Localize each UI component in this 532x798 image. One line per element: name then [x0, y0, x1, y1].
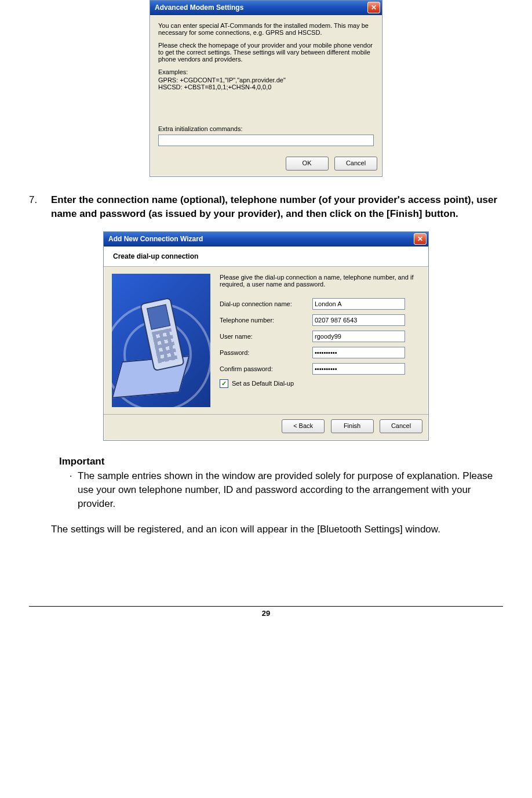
- bullet-icon: ·: [64, 469, 78, 510]
- cancel-button[interactable]: Cancel: [380, 419, 422, 433]
- important-heading: Important: [59, 455, 503, 469]
- telephone-number-label: Telephone number:: [220, 317, 312, 324]
- examples-label: Examples:: [158, 68, 374, 75]
- dialog-titlebar[interactable]: Add New Connection Wizard ✕: [104, 232, 428, 246]
- password-label: Password:: [220, 349, 312, 356]
- dialog-title: Add New Connection Wizard: [108, 235, 203, 243]
- step-number: 7.: [29, 193, 51, 221]
- wizard-instruction: Please give the dial-up connection a nam…: [220, 274, 420, 288]
- wizard-subtitle: Create dial-up connection: [113, 252, 419, 260]
- wizard-subheader: Create dial-up connection: [104, 246, 428, 267]
- confirm-password-label: Confirm password:: [220, 365, 312, 372]
- extra-init-label: Extra initialization commands:: [158, 125, 374, 132]
- connection-name-input[interactable]: [312, 298, 405, 310]
- example-gprs: GPRS: +CGDCONT=1,"IP","apn.provider.de": [158, 77, 374, 84]
- back-button[interactable]: < Back: [282, 419, 325, 433]
- step-7: 7. Enter the connection name (optional),…: [29, 193, 503, 221]
- extra-init-input[interactable]: [158, 135, 374, 146]
- dialog-title: Advanced Modem Settings: [155, 3, 243, 12]
- default-dialup-checkbox[interactable]: ✓: [220, 379, 228, 388]
- confirm-password-input[interactable]: [312, 363, 405, 375]
- ok-button[interactable]: OK: [286, 157, 329, 171]
- close-icon[interactable]: ✕: [367, 2, 380, 13]
- step-text: Enter the connection name (optional), te…: [51, 193, 503, 221]
- cancel-button[interactable]: Cancel: [334, 157, 377, 171]
- connection-name-label: Dial-up connection name:: [220, 300, 312, 307]
- user-name-input[interactable]: [312, 331, 405, 342]
- result-text: The settings will be registered, and an …: [51, 523, 503, 536]
- page-number: 29: [29, 606, 503, 618]
- user-name-label: User name:: [220, 333, 312, 340]
- close-icon[interactable]: ✕: [414, 233, 427, 245]
- important-bullet-text: The sample entries shown in the window a…: [78, 469, 503, 510]
- telephone-number-input[interactable]: [312, 314, 405, 326]
- dialog-titlebar[interactable]: Advanced Modem Settings ✕: [150, 1, 382, 15]
- dialog-paragraph: Please check the homepage of your provid…: [158, 42, 374, 63]
- finish-button[interactable]: Finish: [331, 419, 374, 433]
- advanced-modem-settings-dialog: Advanced Modem Settings ✕ You can enter …: [150, 0, 382, 177]
- wizard-illustration: [112, 274, 210, 407]
- important-section: Important · The sample entries shown in …: [59, 455, 503, 511]
- dialog-paragraph: You can enter special AT-Commands for th…: [158, 22, 374, 36]
- example-hscsd: HSCSD: +CBST=81,0,1;+CHSN-4,0,0,0: [158, 84, 374, 90]
- default-dialup-label: Set as Default Dial-up: [232, 380, 294, 387]
- add-new-connection-wizard-dialog: Add New Connection Wizard ✕ Create dial-…: [103, 231, 429, 441]
- password-input[interactable]: [312, 347, 405, 358]
